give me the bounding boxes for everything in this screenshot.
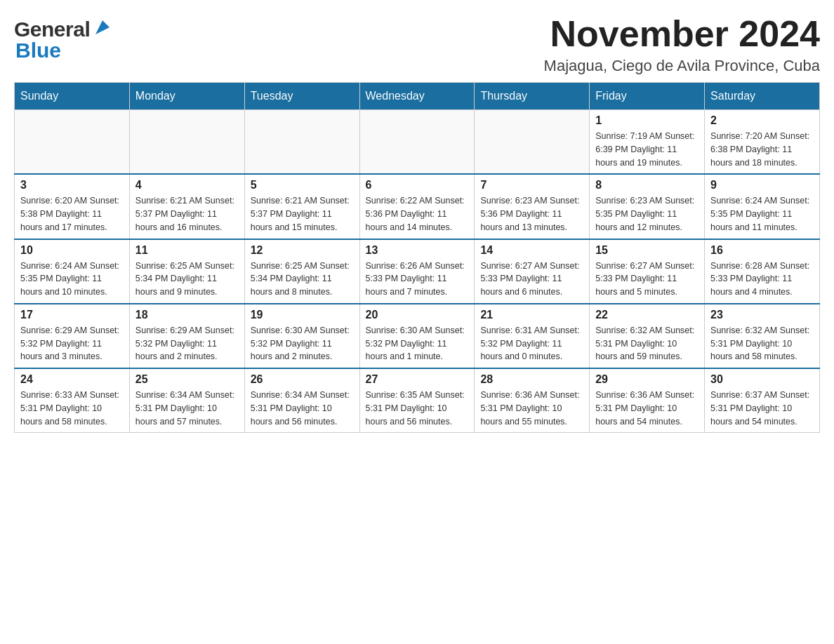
day-number: 17 [20,309,124,321]
day-number: 28 [480,373,583,386]
day-info: Sunrise: 7:20 AM Sunset: 6:38 PM Dayligh… [710,130,814,169]
weekday-header-sunday: Sunday [15,83,130,110]
calendar-day-cell: 24Sunrise: 6:33 AM Sunset: 5:31 PM Dayli… [15,368,130,433]
logo-blue-text: Blue [15,39,61,62]
weekday-header-row: SundayMondayTuesdayWednesdayThursdayFrid… [15,83,820,110]
day-number: 22 [595,309,699,321]
day-number: 11 [135,244,239,257]
day-info: Sunrise: 6:27 AM Sunset: 5:33 PM Dayligh… [480,260,583,299]
calendar-day-cell: 1Sunrise: 7:19 AM Sunset: 6:39 PM Daylig… [590,110,705,175]
day-info: Sunrise: 6:32 AM Sunset: 5:31 PM Dayligh… [595,324,699,363]
day-info: Sunrise: 6:28 AM Sunset: 5:33 PM Dayligh… [710,260,814,299]
day-info: Sunrise: 6:23 AM Sunset: 5:35 PM Dayligh… [595,194,699,234]
calendar-day-cell: 10Sunrise: 6:24 AM Sunset: 5:35 PM Dayli… [15,239,130,304]
day-number: 2 [710,114,814,127]
day-info: Sunrise: 6:21 AM Sunset: 5:37 PM Dayligh… [135,194,239,234]
day-number: 21 [480,309,583,321]
day-number: 16 [710,244,814,257]
day-info: Sunrise: 6:30 AM Sunset: 5:32 PM Dayligh… [366,324,469,363]
calendar-table: SundayMondayTuesdayWednesdayThursdayFrid… [14,82,820,433]
day-info: Sunrise: 6:34 AM Sunset: 5:31 PM Dayligh… [135,389,239,428]
day-number: 20 [366,309,469,321]
day-number: 23 [710,309,814,321]
day-info: Sunrise: 6:24 AM Sunset: 5:35 PM Dayligh… [20,260,124,299]
calendar-day-cell: 22Sunrise: 6:32 AM Sunset: 5:31 PM Dayli… [590,304,705,368]
calendar-day-cell: 5Sunrise: 6:21 AM Sunset: 5:37 PM Daylig… [244,174,359,239]
calendar-day-cell: 19Sunrise: 6:30 AM Sunset: 5:32 PM Dayli… [244,304,359,368]
day-info: Sunrise: 7:19 AM Sunset: 6:39 PM Dayligh… [595,130,699,169]
month-title: November 2024 [544,14,820,54]
calendar-day-cell [359,110,475,175]
day-number: 10 [20,244,124,257]
day-info: Sunrise: 6:35 AM Sunset: 5:31 PM Dayligh… [366,389,469,428]
calendar-day-cell: 29Sunrise: 6:36 AM Sunset: 5:31 PM Dayli… [590,368,705,433]
calendar-day-cell: 7Sunrise: 6:23 AM Sunset: 5:36 PM Daylig… [475,174,590,239]
day-info: Sunrise: 6:33 AM Sunset: 5:31 PM Dayligh… [20,389,124,428]
day-number: 13 [366,244,469,257]
calendar-day-cell: 21Sunrise: 6:31 AM Sunset: 5:32 PM Dayli… [475,304,590,368]
calendar-day-cell: 13Sunrise: 6:26 AM Sunset: 5:33 PM Dayli… [359,239,475,304]
day-info: Sunrise: 6:29 AM Sunset: 5:32 PM Dayligh… [20,324,124,363]
day-info: Sunrise: 6:26 AM Sunset: 5:33 PM Dayligh… [366,260,469,299]
day-info: Sunrise: 6:23 AM Sunset: 5:36 PM Dayligh… [480,194,583,234]
calendar-day-cell [129,110,244,175]
day-number: 26 [251,373,354,386]
day-number: 5 [251,179,354,192]
calendar-day-cell: 9Sunrise: 6:24 AM Sunset: 5:35 PM Daylig… [705,174,820,239]
day-number: 29 [595,373,699,386]
calendar-day-cell: 3Sunrise: 6:20 AM Sunset: 5:38 PM Daylig… [15,174,130,239]
calendar-day-cell [15,110,130,175]
day-info: Sunrise: 6:29 AM Sunset: 5:32 PM Dayligh… [135,324,239,363]
day-number: 9 [710,179,814,192]
day-info: Sunrise: 6:30 AM Sunset: 5:32 PM Dayligh… [251,324,354,363]
title-block: November 2024 Majagua, Ciego de Avila Pr… [544,14,820,75]
day-number: 14 [480,244,583,257]
calendar-week-row: 17Sunrise: 6:29 AM Sunset: 5:32 PM Dayli… [15,304,820,368]
calendar-week-row: 10Sunrise: 6:24 AM Sunset: 5:35 PM Dayli… [15,239,820,304]
logo-general-text: General [14,18,90,41]
day-number: 25 [135,373,239,386]
day-info: Sunrise: 6:37 AM Sunset: 5:31 PM Dayligh… [710,389,814,428]
weekday-header-tuesday: Tuesday [244,83,359,110]
calendar-day-cell: 6Sunrise: 6:22 AM Sunset: 5:36 PM Daylig… [359,174,475,239]
day-info: Sunrise: 6:25 AM Sunset: 5:34 PM Dayligh… [135,260,239,299]
calendar-day-cell: 8Sunrise: 6:23 AM Sunset: 5:35 PM Daylig… [590,174,705,239]
calendar-day-cell: 30Sunrise: 6:37 AM Sunset: 5:31 PM Dayli… [705,368,820,433]
calendar-day-cell: 14Sunrise: 6:27 AM Sunset: 5:33 PM Dayli… [475,239,590,304]
calendar-week-row: 24Sunrise: 6:33 AM Sunset: 5:31 PM Dayli… [15,368,820,433]
calendar-day-cell: 18Sunrise: 6:29 AM Sunset: 5:32 PM Dayli… [129,304,244,368]
day-number: 7 [480,179,583,192]
day-number: 6 [366,179,469,192]
day-info: Sunrise: 6:21 AM Sunset: 5:37 PM Dayligh… [251,194,354,234]
calendar-day-cell: 11Sunrise: 6:25 AM Sunset: 5:34 PM Dayli… [129,239,244,304]
calendar-week-row: 3Sunrise: 6:20 AM Sunset: 5:38 PM Daylig… [15,174,820,239]
calendar-day-cell: 12Sunrise: 6:25 AM Sunset: 5:34 PM Dayli… [244,239,359,304]
day-info: Sunrise: 6:27 AM Sunset: 5:33 PM Dayligh… [595,260,699,299]
calendar-day-cell: 23Sunrise: 6:32 AM Sunset: 5:31 PM Dayli… [705,304,820,368]
calendar-day-cell: 27Sunrise: 6:35 AM Sunset: 5:31 PM Dayli… [359,368,475,433]
day-info: Sunrise: 6:22 AM Sunset: 5:36 PM Dayligh… [366,194,469,234]
calendar-day-cell: 16Sunrise: 6:28 AM Sunset: 5:33 PM Dayli… [705,239,820,304]
day-number: 8 [595,179,699,192]
calendar-day-cell [244,110,359,175]
weekday-header-thursday: Thursday [475,83,590,110]
calendar-day-cell: 28Sunrise: 6:36 AM Sunset: 5:31 PM Dayli… [475,368,590,433]
day-info: Sunrise: 6:24 AM Sunset: 5:35 PM Dayligh… [710,194,814,234]
day-info: Sunrise: 6:20 AM Sunset: 5:38 PM Dayligh… [20,194,124,234]
day-number: 27 [366,373,469,386]
day-number: 12 [251,244,354,257]
day-info: Sunrise: 6:34 AM Sunset: 5:31 PM Dayligh… [251,389,354,428]
calendar-day-cell: 4Sunrise: 6:21 AM Sunset: 5:37 PM Daylig… [129,174,244,239]
day-number: 24 [20,373,124,386]
day-number: 19 [251,309,354,321]
calendar-day-cell [475,110,590,175]
day-number: 18 [135,309,239,321]
logo: General Blue [14,14,112,62]
weekday-header-monday: Monday [129,83,244,110]
day-info: Sunrise: 6:25 AM Sunset: 5:34 PM Dayligh… [251,260,354,299]
calendar-day-cell: 2Sunrise: 7:20 AM Sunset: 6:38 PM Daylig… [705,110,820,175]
day-info: Sunrise: 6:32 AM Sunset: 5:31 PM Dayligh… [710,324,814,363]
day-info: Sunrise: 6:36 AM Sunset: 5:31 PM Dayligh… [595,389,699,428]
location-title: Majagua, Ciego de Avila Province, Cuba [544,57,820,75]
day-number: 1 [595,114,699,127]
